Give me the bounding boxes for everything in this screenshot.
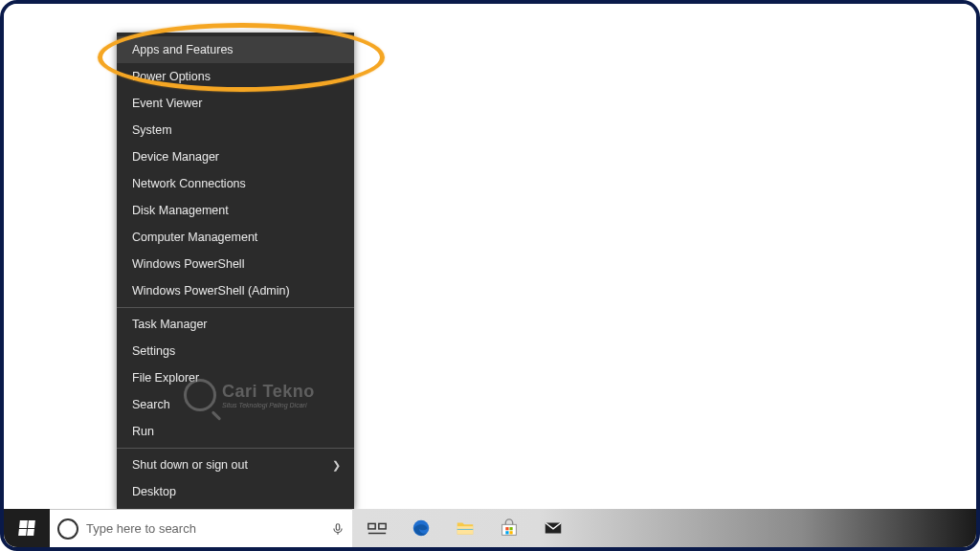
winx-item-label: Task Manager	[132, 318, 208, 331]
winx-menu: Apps and Features Power Options Event Vi…	[117, 33, 354, 509]
svg-rect-6	[457, 526, 474, 534]
winx-item-event-viewer[interactable]: Event Viewer	[117, 90, 354, 117]
winx-item-run[interactable]: Run	[117, 418, 354, 445]
winx-item-label: File Explorer	[132, 371, 199, 385]
winx-item-label: System	[132, 123, 172, 137]
start-button[interactable]	[4, 509, 50, 547]
mail-icon[interactable]	[534, 509, 572, 547]
taskbar: Type here to search	[4, 509, 976, 547]
windows-logo-icon	[18, 520, 35, 536]
winx-item-windows-powershell-admin[interactable]: Windows PowerShell (Admin)	[117, 277, 354, 304]
file-explorer-icon[interactable]	[446, 509, 484, 547]
svg-rect-7	[457, 529, 474, 530]
winx-item-label: Power Options	[132, 70, 211, 83]
winx-item-shut-down-or-sign-out[interactable]: Shut down or sign out ❯	[117, 452, 354, 478]
svg-rect-9	[505, 527, 508, 530]
taskbar-pinned	[352, 509, 572, 547]
winx-item-desktop[interactable]: Desktop	[117, 478, 354, 505]
winx-item-apps-and-features[interactable]: Apps and Features	[117, 36, 354, 63]
winx-item-label: Run	[132, 425, 154, 438]
microphone-icon[interactable]	[331, 520, 345, 538]
store-icon[interactable]	[490, 509, 528, 547]
winx-item-task-manager[interactable]: Task Manager	[117, 311, 354, 338]
edge-icon[interactable]	[402, 509, 440, 547]
winx-item-file-explorer[interactable]: File Explorer	[117, 364, 354, 391]
winx-item-label: Computer Management	[132, 231, 257, 244]
svg-rect-3	[379, 523, 386, 529]
cortana-icon	[57, 518, 78, 540]
winx-item-label: Shut down or sign out	[132, 458, 248, 472]
winx-item-label: Settings	[132, 344, 175, 358]
winx-item-device-manager[interactable]: Device Manager	[117, 143, 354, 170]
winx-item-label: Apps and Features	[132, 43, 234, 56]
svg-rect-8	[502, 524, 517, 535]
svg-rect-0	[336, 523, 340, 529]
chevron-right-icon: ❯	[332, 459, 341, 472]
winx-item-label: Desktop	[132, 485, 176, 498]
winx-item-label: Windows PowerShell	[132, 257, 244, 271]
svg-rect-11	[505, 531, 508, 534]
winx-item-label: Windows PowerShell (Admin)	[132, 284, 290, 298]
svg-rect-2	[368, 523, 375, 529]
winx-item-label: Search	[132, 398, 170, 411]
winx-item-label: Disk Management	[132, 204, 229, 217]
winx-item-search[interactable]: Search	[117, 391, 354, 418]
winx-item-system[interactable]: System	[117, 117, 354, 143]
winx-item-label: Device Manager	[132, 150, 219, 164]
winx-item-settings[interactable]: Settings	[117, 338, 354, 364]
svg-rect-10	[509, 527, 512, 530]
svg-rect-12	[509, 531, 512, 534]
task-view-icon[interactable]	[358, 509, 396, 547]
winx-item-label: Event Viewer	[132, 97, 202, 110]
winx-separator	[117, 448, 354, 449]
winx-item-network-connections[interactable]: Network Connections	[117, 170, 354, 197]
winx-item-windows-powershell[interactable]: Windows PowerShell	[117, 251, 354, 277]
desktop-area: Apps and Features Power Options Event Vi…	[4, 4, 976, 547]
winx-item-power-options[interactable]: Power Options	[117, 63, 354, 90]
winx-item-label: Network Connections	[132, 177, 246, 190]
winx-separator	[117, 307, 354, 308]
taskbar-search[interactable]: Type here to search	[50, 509, 352, 547]
winx-item-computer-management[interactable]: Computer Management	[117, 224, 354, 251]
winx-item-disk-management[interactable]: Disk Management	[117, 197, 354, 224]
search-placeholder: Type here to search	[86, 521, 323, 536]
